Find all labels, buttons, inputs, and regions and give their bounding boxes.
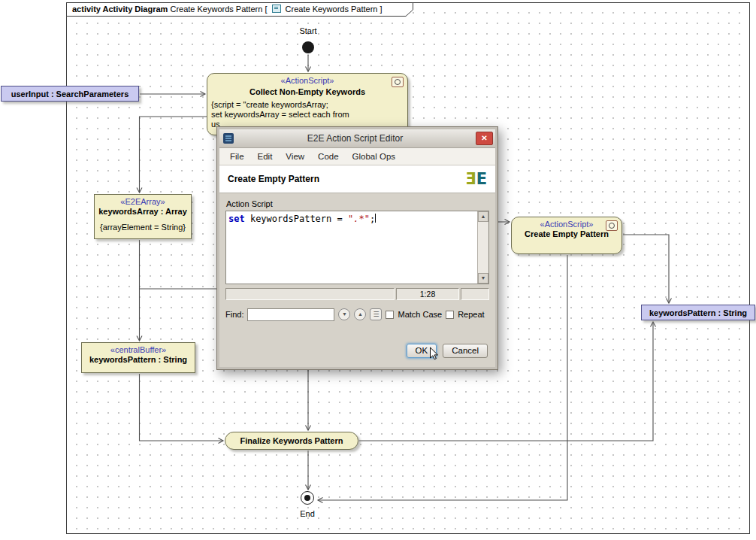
node-keywords-array[interactable]: «E2EArray» keywordsArray : Array {arrayE… [94, 194, 192, 239]
e2e-logo-right: E [476, 170, 487, 188]
find-input[interactable] [247, 308, 334, 321]
dialog-buttons: OK Cancel [225, 344, 489, 358]
activity-final-dot [304, 495, 310, 501]
scroll-up-icon[interactable]: ▲ [478, 211, 488, 222]
repeat-label: Repeat [458, 310, 484, 319]
keywords-array-stereotype: «E2EArray» [95, 197, 191, 206]
menu-edit[interactable]: Edit [251, 152, 280, 161]
activity-diagram-icon [272, 5, 281, 13]
initial-node[interactable] [302, 41, 314, 53]
diagram-frame-header: activity Activity Diagram Create Keyword… [66, 2, 413, 17]
editor-statusbar: 1:28 [225, 288, 489, 300]
match-case-label: Match Case [398, 310, 442, 319]
create-empty-title: Create Empty Pattern [512, 229, 621, 239]
script-line: set keywordsArray = select each from [211, 110, 404, 120]
text-caret [375, 214, 376, 223]
e2e-logo: ƎE [465, 171, 487, 187]
finalize-title: Finalize Keywords Pattern [225, 432, 358, 450]
find-options-icon[interactable]: ☰ [370, 308, 382, 320]
dialog-icon [222, 132, 234, 144]
central-buffer-node[interactable]: «centralBuffer» keywordsPattern : String [81, 342, 195, 373]
menu-code[interactable]: Code [311, 152, 346, 161]
script-line: {script = "create keywordsArray; [211, 100, 404, 110]
frame-name-label: Create Keywords Pattern [ [168, 5, 267, 14]
find-bar: Find: ▼ ▲ ☰ Match Case Repeat [225, 308, 489, 321]
end-node-label: End [296, 509, 319, 518]
code-tail: ; [370, 214, 375, 224]
menu-global-ops[interactable]: Global Ops [346, 152, 403, 161]
keywords-array-title: keywordsArray : Array [95, 207, 191, 217]
frame-header-text: activity Activity Diagram Create Keyword… [66, 2, 413, 14]
central-buffer-title: keywordsPattern : String [82, 355, 195, 365]
menu-file[interactable]: File [223, 152, 251, 161]
code-text: keywordsPattern = [245, 214, 348, 224]
frame-context-label: Create Keywords Pattern ] [283, 5, 383, 14]
action-finalize-keywords-pattern[interactable]: Finalize Keywords Pattern [225, 432, 358, 450]
script-editor[interactable]: set keywordsPattern = ".*"; ▲ ▼ [225, 211, 489, 284]
dialog-titlebar[interactable]: E2E Action Script Editor ✕ [219, 129, 495, 148]
dialog-body: Action Script set keywordsPattern = ".*"… [219, 193, 495, 367]
close-icon[interactable]: ✕ [476, 132, 493, 145]
dialog-header: Create Empty Pattern ƎE [219, 165, 495, 193]
collect-script: {script = "create keywordsArray; set key… [207, 100, 407, 129]
action-script-badge-icon [392, 77, 404, 87]
scroll-down-icon[interactable]: ▼ [478, 273, 488, 284]
status-extra-cell [461, 288, 489, 300]
object-node-keywords-pattern[interactable]: keywordsPattern : String [641, 305, 755, 320]
keywords-array-detail: {arrayElement = String} [95, 223, 191, 232]
dialog-menubar: File Edit View Code Global Ops [219, 148, 495, 165]
script-name-label: Create Empty Pattern [228, 174, 319, 184]
e2e-logo-left: Ǝ [465, 170, 476, 188]
find-next-icon[interactable]: ▼ [338, 308, 350, 320]
caret-position-cell: 1:28 [396, 288, 459, 300]
uml-editor-screen: activity Activity Diagram Create Keyword… [0, 0, 756, 540]
dialog-title: E2E Action Script Editor [234, 133, 476, 144]
action-script-label: Action Script [226, 199, 488, 208]
status-message-cell [225, 288, 395, 300]
cancel-button[interactable]: Cancel [443, 344, 488, 358]
find-previous-icon[interactable]: ▲ [354, 308, 366, 320]
activity-final-node[interactable] [301, 491, 314, 505]
match-case-checkbox[interactable] [386, 311, 394, 319]
repeat-checkbox[interactable] [446, 311, 454, 319]
central-buffer-stereotype: «centralBuffer» [82, 345, 195, 354]
code-keyword: set [228, 214, 245, 224]
code-string: ".*" [348, 214, 370, 224]
frame-kind-label: activity Activity Diagram [72, 5, 168, 14]
action-create-empty-pattern[interactable]: «ActionScript» Create Empty Pattern [511, 217, 622, 254]
object-node-user-input[interactable]: userInput : SearchParameters [1, 86, 139, 102]
editor-scrollbar[interactable]: ▲ ▼ [477, 211, 488, 284]
collect-stereotype: «ActionScript» [207, 76, 407, 85]
collect-title: Collect Non-Empty Keywords [207, 87, 407, 97]
script-code: set keywordsPattern = ".*"; [228, 214, 475, 224]
find-label: Find: [225, 310, 243, 319]
action-script-badge-icon [606, 220, 618, 231]
mouse-cursor [429, 347, 439, 361]
start-node-label: Start [292, 26, 325, 35]
menu-view[interactable]: View [279, 152, 311, 161]
action-script-editor-dialog: E2E Action Script Editor ✕ File Edit Vie… [216, 126, 498, 370]
